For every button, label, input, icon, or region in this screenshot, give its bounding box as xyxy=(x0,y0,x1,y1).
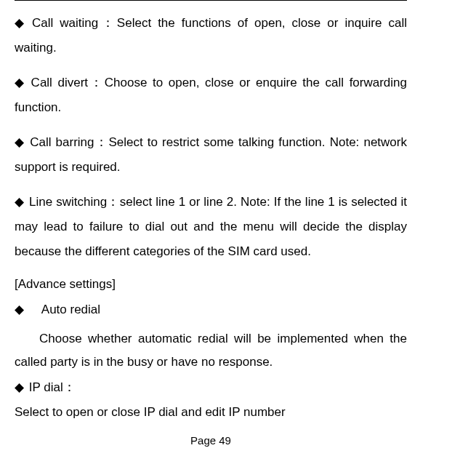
ip-dial-text: Select to open or close IP dial and edit… xyxy=(15,401,407,424)
bullet-label: Call waiting xyxy=(32,16,98,30)
bullet-call-divert: ◆ Call divert：Choose to open, close or e… xyxy=(15,71,407,120)
auto-redial-text: Choose whether automatic redial will be … xyxy=(15,327,407,375)
advance-settings-heading: [Advance settings] xyxy=(15,277,407,292)
ip-dial-label: IP dial xyxy=(29,380,63,394)
bullet-call-barring: ◆ Call barring：Select to restrict some t… xyxy=(15,130,407,180)
bullet-sep: ： xyxy=(94,135,109,149)
diamond-icon: ◆ xyxy=(15,130,24,155)
diamond-icon: ◆ xyxy=(15,302,24,317)
diamond-icon: ◆ xyxy=(15,11,24,36)
bullet-label: Call barring xyxy=(30,135,94,149)
page-content: ◆ Call waiting：Select the functions of o… xyxy=(15,0,421,447)
page-number: Page 49 xyxy=(15,434,407,447)
ip-dial-sep: ： xyxy=(63,380,76,394)
bullet-line-switching: ◆ Line switching：select line 1 or line 2… xyxy=(15,190,407,264)
bullet-label: Line switching xyxy=(29,195,107,209)
bullet-sep: ： xyxy=(107,195,120,209)
bullet-label: Call divert xyxy=(31,76,88,89)
bullet-sep: ： xyxy=(98,16,117,30)
diamond-icon: ◆ xyxy=(15,190,24,215)
bullet-call-waiting: ◆ Call waiting：Select the functions of o… xyxy=(15,11,407,60)
bullet-ip-dial: ◆ IP dial： xyxy=(15,376,407,399)
auto-redial-label: Auto redial xyxy=(41,303,100,316)
bullet-sep: ： xyxy=(88,76,105,89)
top-border xyxy=(15,0,407,1)
diamond-icon: ◆ xyxy=(15,376,24,399)
diamond-icon: ◆ xyxy=(15,71,24,95)
bullet-auto-redial: ◆ Auto redial xyxy=(15,302,407,317)
